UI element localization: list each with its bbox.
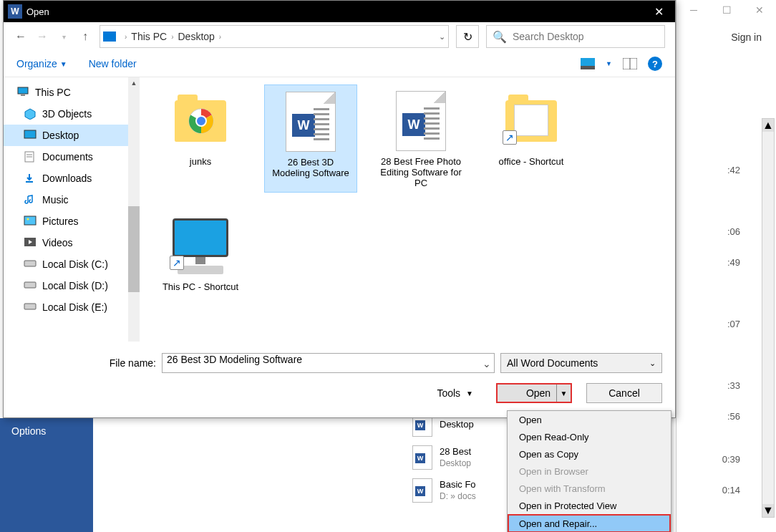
sidebar-item[interactable]: Music	[4, 189, 140, 211]
sidebar-icon	[24, 173, 37, 184]
bg-minimize-icon[interactable]: ─	[677, 0, 710, 20]
chevron-right-icon[interactable]: ›	[125, 33, 127, 41]
chevron-right-icon[interactable]: ›	[171, 33, 173, 41]
bg-time: :42	[727, 165, 740, 175]
organize-button[interactable]: Organize▼	[16, 58, 67, 69]
sidebar-item[interactable]: This PC	[4, 82, 140, 103]
sign-in-link[interactable]: Sign in	[731, 32, 762, 43]
svg-point-20	[196, 116, 206, 126]
scrollbar-thumb[interactable]	[128, 206, 140, 292]
svg-rect-4	[18, 87, 28, 94]
chevron-down-icon[interactable]: ⌄	[482, 358, 491, 369]
file-item[interactable]: ↗office - Shortcut	[485, 84, 578, 193]
file-area[interactable]: junksW26 Best 3D Modeling SoftwareW28 Be…	[140, 77, 675, 342]
footer: File name: 26 Best 3D Modeling Software …	[4, 342, 675, 413]
sidebar-icon	[24, 301, 37, 313]
sidebar-label: This PC	[35, 87, 71, 98]
chevron-down-icon: ⌄	[649, 359, 656, 368]
bg-recent-list: W Desktop W 28 Best Desktop W Basic Fo D…	[412, 412, 476, 511]
bg-window-controls: ─ ☐ ✕	[677, 0, 776, 20]
sidebar-icon	[24, 151, 37, 163]
file-item[interactable]: junks	[154, 84, 247, 193]
sidebar-icon	[24, 258, 37, 270]
search-box[interactable]: 🔍	[486, 25, 665, 48]
filename-label: File name:	[16, 357, 156, 369]
bg-close-icon[interactable]: ✕	[743, 0, 776, 20]
file-item[interactable]: W28 Best Free Photo Editing Software for…	[374, 84, 467, 193]
breadcrumb-dropdown-icon[interactable]: ⌄	[439, 32, 445, 42]
bg-time: :07	[727, 319, 740, 329]
dropdown-item[interactable]: Open Read-Only	[508, 428, 671, 445]
scroll-down-icon[interactable]: ▼	[762, 504, 774, 517]
sidebar-item[interactable]: Local Disk (D:)	[4, 275, 140, 296]
sidebar-label: Desktop	[42, 130, 79, 141]
back-button[interactable]: ←	[14, 29, 28, 44]
folder-shortcut-icon: ↗	[505, 100, 557, 142]
bg-scrollbar[interactable]: ▲ ▼	[762, 118, 775, 518]
sidebar-item[interactable]: Documents	[4, 146, 140, 168]
dropdown-item[interactable]: Open	[508, 411, 671, 428]
dropdown-item[interactable]: Open in Protected View	[508, 497, 671, 514]
sidebar-item[interactable]: Videos	[4, 232, 140, 253]
dropdown-item[interactable]: Open as Copy	[508, 445, 671, 463]
word-doc-icon: W	[396, 91, 446, 151]
bg-time: 0:39	[722, 454, 740, 465]
recent-item[interactable]: W Basic Fo D: » docs	[412, 478, 476, 503]
search-input[interactable]	[511, 30, 659, 43]
up-button[interactable]: ↑	[78, 29, 92, 44]
filetype-select[interactable]: All Word Documents ⌄	[500, 353, 662, 373]
filename-input[interactable]: 26 Best 3D Modeling Software ⌄	[162, 353, 495, 373]
file-label: This PC - Shortcut	[157, 281, 244, 292]
sidebar-item[interactable]: Downloads	[4, 168, 140, 189]
sidebar-label: Local Disk (D:)	[42, 280, 108, 291]
scroll-up-icon[interactable]: ▲	[128, 77, 140, 89]
sidebar-scrollbar[interactable]: ▲	[128, 77, 140, 342]
chevron-down-icon: ▼	[466, 390, 473, 397]
sidebar-item[interactable]: Local Disk (C:)	[4, 253, 140, 275]
file-item[interactable]: W26 Best 3D Modeling Software	[264, 84, 357, 193]
sidebar-label: Documents	[42, 151, 93, 163]
svg-point-12	[27, 218, 29, 221]
sidebar-item[interactable]: Desktop	[4, 125, 140, 146]
toolbar: Organize▼ New folder ▼ ?	[4, 51, 675, 77]
refresh-button[interactable]: ↻	[456, 25, 479, 48]
cancel-button[interactable]: Cancel	[586, 383, 662, 403]
view-mode-button[interactable]	[580, 57, 596, 70]
open-dropdown-arrow[interactable]: ▼	[556, 385, 571, 402]
svg-marker-6	[25, 109, 35, 120]
bg-time: :06	[727, 226, 740, 237]
sidebar-item[interactable]: Local Disk (E:)	[4, 296, 140, 318]
sidebar-icon	[24, 216, 37, 227]
chevron-right-icon[interactable]: ›	[219, 33, 221, 41]
forward-button[interactable]: →	[35, 29, 49, 44]
sidebar-icon	[24, 130, 37, 141]
sidebar: This PC3D ObjectsDesktopDocumentsDownloa…	[4, 77, 140, 342]
sidebar-label: Music	[42, 194, 69, 205]
bg-time: :49	[727, 257, 740, 268]
svg-rect-17	[24, 304, 36, 309]
sidebar-label: Downloads	[42, 173, 92, 184]
sidebar-icon	[24, 108, 37, 120]
close-button[interactable]: ✕	[642, 1, 675, 22]
help-icon[interactable]: ?	[648, 57, 662, 71]
dropdown-item[interactable]: Open and Repair...	[508, 514, 671, 532]
breadcrumb[interactable]: › This PC › Desktop › ⌄	[100, 25, 449, 48]
chevron-down-icon[interactable]: ▼	[606, 60, 612, 67]
open-button[interactable]: Open ▼	[496, 383, 572, 403]
recent-item[interactable]: W 28 Best Desktop	[412, 445, 476, 470]
breadcrumb-item[interactable]: This PC	[130, 31, 168, 42]
new-folder-button[interactable]: New folder	[89, 58, 137, 69]
preview-pane-button[interactable]	[622, 57, 638, 70]
sidebar-label: Local Disk (C:)	[42, 258, 108, 270]
sidebar-item[interactable]: 3D Objects	[4, 103, 140, 125]
options-link[interactable]: Options	[11, 425, 82, 437]
svg-rect-1	[581, 66, 595, 69]
sidebar-item[interactable]: Pictures	[4, 211, 140, 232]
file-item[interactable]: ↗This PC - Shortcut	[154, 210, 247, 296]
recent-dropdown-icon[interactable]: ▾	[57, 29, 71, 44]
scroll-up-icon[interactable]: ▲	[762, 119, 774, 132]
tools-button[interactable]: Tools ▼	[437, 387, 473, 399]
titlebar[interactable]: W Open ✕	[4, 1, 675, 22]
bg-maximize-icon[interactable]: ☐	[710, 0, 743, 20]
breadcrumb-item[interactable]: Desktop	[176, 31, 215, 42]
